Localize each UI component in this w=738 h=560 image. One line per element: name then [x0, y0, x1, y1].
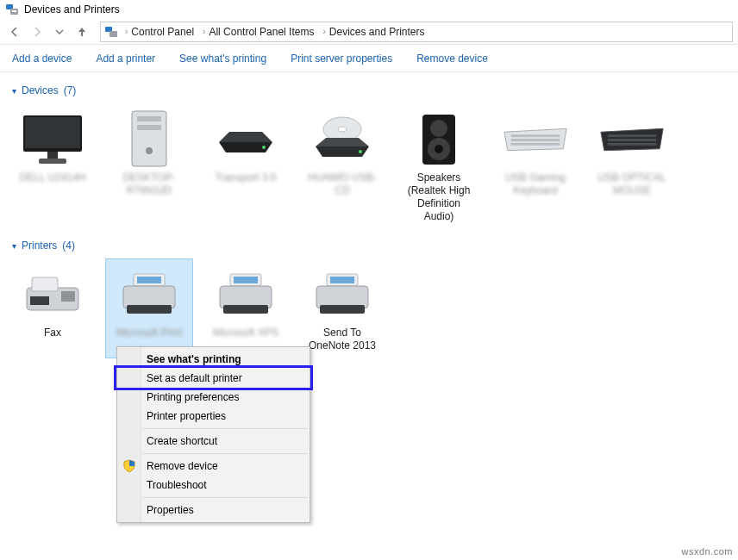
window-title: Devices and Printers	[24, 3, 120, 16]
svg-marker-19	[316, 138, 369, 146]
svg-point-17	[338, 127, 347, 132]
printer-icon	[115, 264, 184, 325]
keyboard-icon	[501, 109, 570, 170]
svg-rect-35	[61, 291, 75, 302]
menu-troubleshoot[interactable]: Troubleshoot	[117, 476, 310, 495]
svg-rect-8	[39, 159, 66, 164]
svg-rect-26	[511, 134, 560, 137]
back-button[interactable]	[5, 22, 24, 41]
cmd-print-server[interactable]: Print server properties	[291, 53, 392, 65]
menu-remove-device[interactable]: Remove device	[117, 457, 310, 476]
svg-rect-27	[511, 139, 560, 141]
printer-item-sendto[interactable]: Send ToOneNote 2013	[298, 258, 386, 358]
chevron-down-icon: ▾	[12, 86, 16, 96]
cmd-see-printing[interactable]: See what's printing	[179, 53, 266, 65]
chevron-down-icon: ▾	[12, 241, 16, 251]
printer-icon	[308, 264, 377, 325]
svg-point-15	[262, 146, 266, 149]
devices-printers-icon	[5, 3, 19, 16]
address-bar[interactable]: ›Control Panel ›All Control Panel Items …	[100, 22, 733, 42]
device-label: HUAWEI USB-CD	[301, 171, 384, 197]
group-label: Printers	[22, 240, 57, 252]
group-count: (7)	[64, 84, 77, 96]
svg-rect-7	[47, 152, 58, 159]
context-menu: See what's printing Set as default print…	[116, 346, 310, 523]
printer-label: Fax	[44, 327, 61, 352]
svg-rect-11	[137, 125, 161, 130]
group-header-printers[interactable]: ▾ Printers (4)	[3, 236, 735, 255]
menu-separator	[143, 453, 308, 454]
device-item[interactable]: Transport 3.0	[202, 103, 290, 229]
monitor-icon	[18, 109, 87, 170]
menu-see-whats-printing[interactable]: See what's printing	[117, 350, 310, 369]
menu-separator	[143, 428, 308, 429]
printer-item-fax[interactable]: Fax	[9, 258, 97, 358]
title-bar: Devices and Printers	[0, 0, 738, 19]
speaker-icon	[404, 109, 473, 170]
device-label: USB OPTICAL MOUSE	[591, 171, 673, 197]
group-label: Devices	[22, 84, 59, 96]
watermark: wsxdn.com	[681, 546, 733, 557]
printer-label: Send ToOneNote 2013	[309, 327, 376, 352]
device-item[interactable]: USB OPTICAL MOUSE	[588, 103, 676, 229]
devices-grid: DELL U2414H DESKTOP-RT6N3JD	[3, 100, 735, 236]
svg-point-12	[146, 147, 153, 154]
svg-point-24	[435, 145, 443, 153]
content-area: ▾ Devices (7) DELL U2414H	[0, 72, 738, 374]
svg-marker-14	[219, 132, 272, 142]
device-item[interactable]: Speakers (Realtek High Definition Audio)	[395, 103, 483, 229]
svg-rect-4	[109, 31, 117, 37]
disc-drive-icon	[308, 109, 377, 170]
printer-item[interactable]: Microsoft Print	[105, 258, 193, 358]
device-label: DESKTOP-RT6N3JD	[108, 171, 191, 197]
svg-rect-31	[608, 139, 657, 141]
up-button[interactable]	[72, 22, 91, 41]
svg-rect-36	[30, 296, 49, 305]
device-item[interactable]: DELL U2414H	[9, 103, 97, 229]
nav-bar: ›Control Panel ›All Control Panel Items …	[0, 19, 738, 45]
device-item[interactable]: DESKTOP-RT6N3JD	[105, 103, 193, 229]
svg-rect-38	[137, 277, 161, 283]
svg-rect-10	[137, 116, 161, 121]
menu-create-shortcut[interactable]: Create shortcut	[117, 432, 310, 451]
breadcrumb-root-icon	[104, 25, 118, 39]
keyboard-dark-icon	[597, 109, 666, 170]
fax-icon	[18, 264, 87, 325]
svg-rect-48	[320, 305, 365, 314]
cmd-add-device[interactable]: Add a device	[12, 53, 72, 65]
breadcrumb[interactable]: ›All Control Panel Items	[199, 26, 316, 38]
forward-button[interactable]	[28, 22, 47, 41]
svg-rect-28	[511, 143, 560, 146]
group-header-devices[interactable]: ▾ Devices (7)	[3, 81, 735, 100]
cmd-remove-device[interactable]: Remove device	[416, 53, 488, 65]
menu-separator	[143, 497, 308, 498]
device-item[interactable]: USB Gaming Keyboard	[491, 103, 579, 229]
group-count: (4)	[62, 240, 75, 252]
printers-grid: Fax Microsoft Print	[3, 255, 735, 365]
svg-rect-30	[608, 134, 657, 137]
device-label: Transport 3.0	[216, 171, 277, 197]
breadcrumb[interactable]: ›Devices and Printers	[319, 26, 426, 38]
menu-printer-properties[interactable]: Printer properties	[117, 407, 310, 426]
svg-rect-32	[608, 143, 657, 146]
device-label: Speakers (Realtek High Definition Audio)	[397, 171, 480, 223]
svg-rect-44	[223, 305, 268, 314]
device-item[interactable]: HUAWEI USB-CD	[298, 103, 386, 229]
printer-item[interactable]: Microsoft XPS	[202, 258, 290, 358]
menu-printing-preferences[interactable]: Printing preferences	[117, 388, 310, 407]
menu-properties[interactable]: Properties	[117, 501, 310, 520]
breadcrumb[interactable]: ›Control Panel	[122, 26, 196, 38]
shield-icon	[122, 459, 136, 473]
device-label: DELL U2414H	[20, 171, 86, 197]
drive-icon	[211, 109, 280, 170]
printer-icon	[211, 264, 280, 325]
svg-point-22	[430, 120, 447, 137]
menu-set-default-printer[interactable]: Set as default printer	[117, 369, 310, 388]
svg-rect-6	[25, 117, 80, 148]
svg-rect-2	[12, 10, 16, 12]
svg-rect-34	[32, 277, 58, 291]
svg-rect-42	[234, 277, 258, 283]
svg-point-20	[359, 150, 362, 153]
cmd-add-printer[interactable]: Add a printer	[96, 53, 155, 65]
recent-locations-dropdown[interactable]	[50, 22, 69, 41]
